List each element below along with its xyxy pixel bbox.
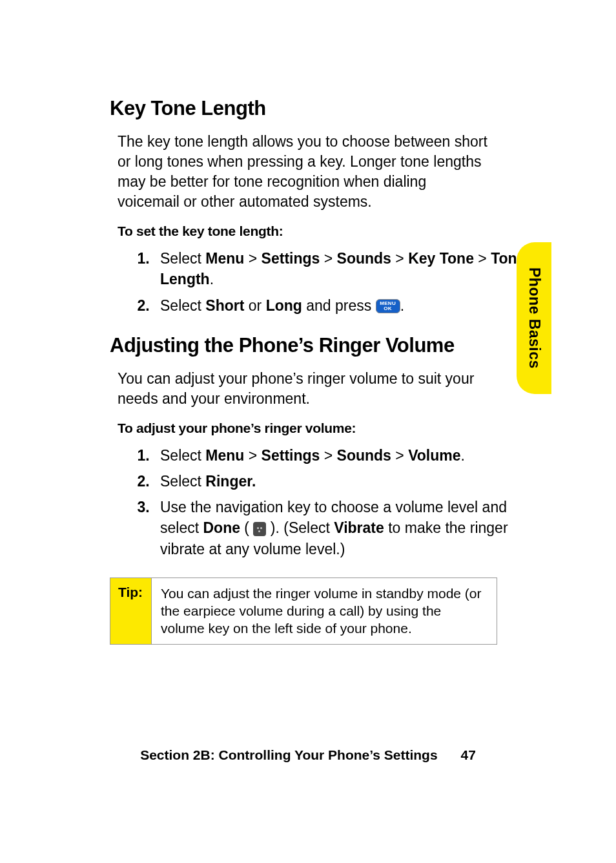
- text: .: [461, 447, 465, 464]
- text: >: [320, 250, 336, 267]
- text: and press: [302, 297, 376, 314]
- text: ). (Select: [266, 519, 334, 536]
- text: >: [320, 447, 336, 464]
- procedure-subhead: To adjust your phone’s ringer volume:: [118, 421, 539, 436]
- page-footer: Section 2B: Controlling Your Phone’s Set…: [0, 747, 616, 763]
- option: Done: [203, 519, 240, 536]
- footer-section-title: Section 2B: Controlling Your Phone’s Set…: [140, 747, 437, 762]
- menu-path: Settings: [262, 447, 320, 464]
- menu-path: Settings: [262, 250, 320, 267]
- menu-path: Sounds: [337, 447, 391, 464]
- text: .: [400, 297, 404, 314]
- section-tab: Phone Basics: [517, 242, 551, 394]
- option: Short: [205, 297, 244, 314]
- left-softkey-icon: [253, 522, 266, 536]
- step-item: Use the navigation key to choose a volum…: [154, 497, 528, 559]
- menu-ok-key-icon: MENUOK: [376, 299, 400, 313]
- heading-ringer-volume: Adjusting the Phone’s Ringer Volume: [110, 334, 539, 357]
- step-item: Select Menu > Settings > Sounds > Key To…: [154, 248, 528, 289]
- menu-path: Menu: [205, 250, 244, 267]
- text: Select: [160, 250, 205, 267]
- text: Select: [160, 447, 205, 464]
- step-item: Select Short or Long and press MENUOK.: [154, 295, 528, 316]
- body-text: You can adjust your phone’s ringer volum…: [118, 369, 492, 409]
- tip-content: You can adjust the ringer volume in stan…: [152, 578, 497, 644]
- page-number: 47: [460, 747, 475, 763]
- text: >: [391, 250, 408, 267]
- text: .: [210, 271, 214, 287]
- text: (: [240, 519, 253, 536]
- text: or: [244, 297, 265, 314]
- option: Ringer.: [205, 473, 256, 490]
- tip-box: Tip: You can adjust the ringer volume in…: [110, 577, 497, 645]
- option: Vibrate: [334, 519, 384, 536]
- option: Long: [266, 297, 302, 314]
- manual-page: Phone Basics Key Tone Length The key ton…: [0, 0, 616, 863]
- procedure-subhead: To set the key tone length:: [118, 224, 539, 239]
- step-item: Select Menu > Settings > Sounds > Volume…: [154, 445, 528, 466]
- text: Select: [160, 473, 205, 490]
- section-tab-label: Phone Basics: [526, 267, 543, 369]
- body-text: The key tone length allows you to choose…: [118, 132, 492, 212]
- text: >: [244, 447, 261, 464]
- step-item: Select Ringer.: [154, 471, 528, 492]
- text: >: [244, 250, 261, 267]
- tip-label: Tip:: [110, 578, 152, 644]
- menu-path: Menu: [205, 447, 244, 464]
- icon-label: OK: [376, 306, 400, 311]
- text: >: [474, 250, 491, 267]
- menu-path: Volume: [408, 447, 460, 464]
- procedure-list: Select Menu > Settings > Sounds > Key To…: [110, 248, 528, 316]
- text: Select: [160, 297, 205, 314]
- procedure-list: Select Menu > Settings > Sounds > Volume…: [110, 445, 528, 559]
- menu-path: Sounds: [337, 250, 391, 267]
- text: >: [391, 447, 408, 464]
- heading-key-tone-length: Key Tone Length: [110, 97, 539, 120]
- menu-path: Key Tone: [408, 250, 474, 267]
